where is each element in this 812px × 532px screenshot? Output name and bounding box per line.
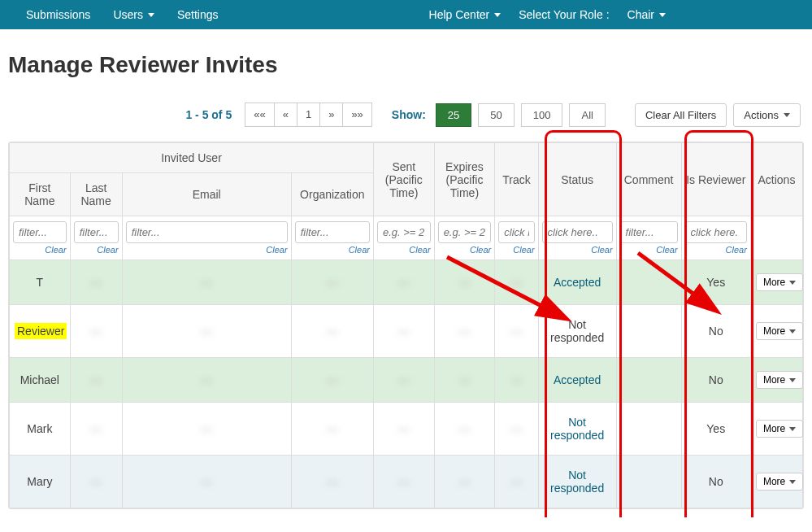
filter-sent[interactable] [377, 221, 431, 243]
clear-filter[interactable]: Clear [498, 245, 534, 255]
row-more-button[interactable]: More [756, 473, 803, 491]
clear-filter[interactable]: Clear [74, 245, 119, 255]
filter-email[interactable] [126, 221, 288, 243]
clear-filter[interactable]: Clear [13, 245, 67, 255]
nav-settings[interactable]: Settings [167, 2, 228, 28]
table-row: Reviewer——————Not respondedNoMore [10, 305, 803, 358]
invites-table-wrap: Invited User Sent (Pacific Time) Expires… [8, 142, 804, 509]
nav-help-center[interactable]: Help Center [419, 2, 511, 28]
filter-comment[interactable] [620, 221, 678, 243]
show-100[interactable]: 100 [521, 103, 563, 127]
cell-is-reviewer: No [681, 305, 750, 358]
chevron-down-icon [148, 13, 154, 17]
col-last-name[interactable]: Last Name [70, 173, 122, 216]
cell-track: — [495, 305, 538, 358]
chevron-down-icon [494, 13, 501, 17]
clear-filter[interactable]: Clear [126, 245, 288, 255]
cell-actions: More [750, 305, 802, 358]
cell-first-name: Reviewer [10, 305, 71, 358]
cell-is-reviewer: No [681, 456, 750, 508]
clear-filter[interactable]: Clear [620, 245, 678, 255]
table-row: Mark——————Not respondedYesMore [10, 403, 803, 456]
pager-last[interactable]: »» [343, 102, 371, 127]
clear-filter[interactable]: Clear [685, 245, 747, 255]
clear-filter[interactable]: Clear [542, 245, 613, 255]
filter-last-name[interactable] [74, 221, 119, 243]
row-more-button[interactable]: More [756, 420, 803, 438]
cell-is-reviewer: Yes [681, 403, 750, 456]
show-50[interactable]: 50 [478, 103, 514, 127]
page-title: Manage Reviewer Invites [8, 52, 804, 78]
pager-next[interactable]: » [320, 102, 343, 127]
filter-is-reviewer[interactable] [685, 221, 747, 243]
col-invited-user: Invited User [10, 143, 374, 173]
col-first-name[interactable]: First Name [10, 173, 71, 216]
cell-first-name: Mark [10, 403, 71, 456]
row-more-button[interactable]: More [756, 371, 803, 389]
pager-page[interactable]: 1 [297, 102, 320, 127]
cell-last-name: — [70, 456, 122, 508]
clear-filter[interactable]: Clear [438, 245, 492, 255]
col-is-reviewer[interactable]: Is Reviewer [681, 143, 750, 216]
chevron-down-icon [789, 378, 796, 382]
cell-organization: — [291, 403, 373, 456]
cell-organization: — [291, 260, 373, 305]
col-comment[interactable]: Comment [616, 143, 681, 216]
cell-last-name: — [70, 358, 122, 403]
chevron-down-icon [789, 281, 796, 285]
filter-track[interactable] [498, 221, 534, 243]
cell-sent: — [373, 403, 434, 456]
table-row: Mary——————Not respondedNoMore [10, 456, 803, 508]
show-all[interactable]: All [569, 103, 605, 127]
col-sent[interactable]: Sent (Pacific Time) [373, 143, 434, 216]
show-25[interactable]: 25 [436, 103, 471, 127]
cell-status: Not responded [538, 456, 616, 508]
filter-first-name[interactable] [13, 221, 67, 243]
actions-label: Actions [744, 109, 779, 121]
clear-all-filters-button[interactable]: Clear All Filters [635, 103, 727, 127]
chevron-down-icon [789, 427, 796, 431]
cell-sent: — [373, 358, 434, 403]
cell-is-reviewer: Yes [681, 260, 750, 305]
cell-sent: — [373, 305, 434, 358]
pager-prev[interactable]: « [275, 102, 297, 127]
cell-last-name: — [70, 305, 122, 358]
nav-help-label: Help Center [429, 8, 490, 21]
pager-first[interactable]: «« [245, 102, 274, 127]
clear-filter[interactable]: Clear [295, 245, 370, 255]
cell-comment [616, 358, 681, 403]
cell-email: — [122, 358, 291, 403]
invites-table: Invited User Sent (Pacific Time) Expires… [9, 142, 803, 508]
chevron-down-icon [784, 113, 790, 117]
table-row: T——————AcceptedYesMore [10, 260, 803, 305]
cell-last-name: — [70, 403, 122, 456]
actions-dropdown[interactable]: Actions [733, 103, 801, 127]
clear-filter[interactable]: Clear [377, 245, 431, 255]
cell-sent: — [373, 260, 434, 305]
nav-submissions[interactable]: Submissions [16, 2, 100, 28]
filter-status[interactable] [542, 221, 613, 243]
role-prompt: Select Your Role : [514, 8, 614, 21]
nav-users-label: Users [113, 8, 143, 21]
chevron-down-icon [789, 480, 796, 484]
cell-status: Not responded [538, 403, 616, 456]
col-status[interactable]: Status [538, 143, 616, 216]
cell-status: Accepted [538, 358, 616, 403]
filter-organization[interactable] [295, 221, 370, 243]
cell-organization: — [291, 305, 373, 358]
role-value: Chair [627, 8, 654, 21]
nav-blank-2[interactable] [739, 8, 796, 21]
col-track[interactable]: Track [495, 143, 538, 216]
col-email[interactable]: Email [122, 173, 291, 216]
cell-actions: More [750, 456, 802, 508]
col-organization[interactable]: Organization [291, 173, 373, 216]
role-selector[interactable]: Chair [618, 2, 675, 28]
filter-expires[interactable] [438, 221, 492, 243]
cell-expires: — [434, 305, 495, 358]
nav-blank-1[interactable] [679, 8, 736, 21]
col-expires[interactable]: Expires (Pacific Time) [434, 143, 495, 216]
row-more-button[interactable]: More [756, 322, 803, 340]
nav-users[interactable]: Users [103, 2, 164, 28]
page-range: 1 - 5 of 5 [185, 108, 232, 121]
row-more-button[interactable]: More [756, 273, 803, 291]
